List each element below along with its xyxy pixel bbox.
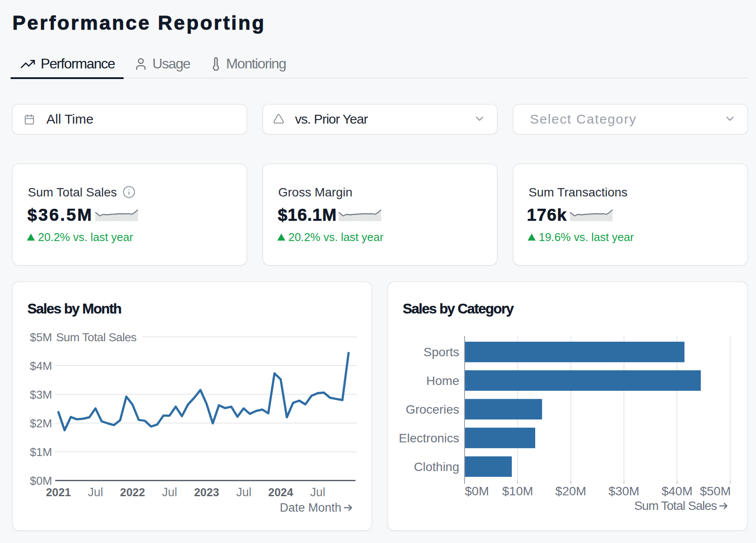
svg-text:Clothing: Clothing [414,460,459,474]
svg-text:$40M: $40M [662,484,692,498]
svg-text:Sum Total Sales: Sum Total Sales [634,499,717,513]
svg-text:$4M: $4M [30,359,52,373]
svg-text:$10M: $10M [502,484,533,498]
svg-text:Jul: Jul [162,486,178,499]
svg-text:$20M: $20M [556,484,586,498]
svg-text:Home: Home [426,374,459,388]
svg-text:Sum Total Sales: Sum Total Sales [56,331,136,344]
svg-text:2021: 2021 [46,486,71,498]
svg-text:Jul: Jul [236,486,252,499]
svg-text:Jul: Jul [88,486,103,499]
svg-text:2022: 2022 [120,486,145,498]
svg-text:Date Month: Date Month [280,501,341,514]
svg-text:$1M: $1M [30,445,52,459]
svg-text:$2M: $2M [30,417,52,430]
svg-text:$30M: $30M [609,484,639,498]
svg-text:Sports: Sports [423,345,459,359]
svg-text:Jul: Jul [310,486,325,499]
svg-text:Groceries: Groceries [406,403,459,416]
svg-text:Electronics: Electronics [399,431,459,445]
svg-text:$50M: $50M [700,484,731,498]
svg-text:$0M: $0M [30,474,52,487]
svg-text:$3M: $3M [30,388,52,401]
svg-text:$5M: $5M [30,331,52,344]
svg-text:2024: 2024 [268,486,294,498]
svg-text:$0M: $0M [465,484,489,498]
svg-text:2023: 2023 [194,486,219,498]
